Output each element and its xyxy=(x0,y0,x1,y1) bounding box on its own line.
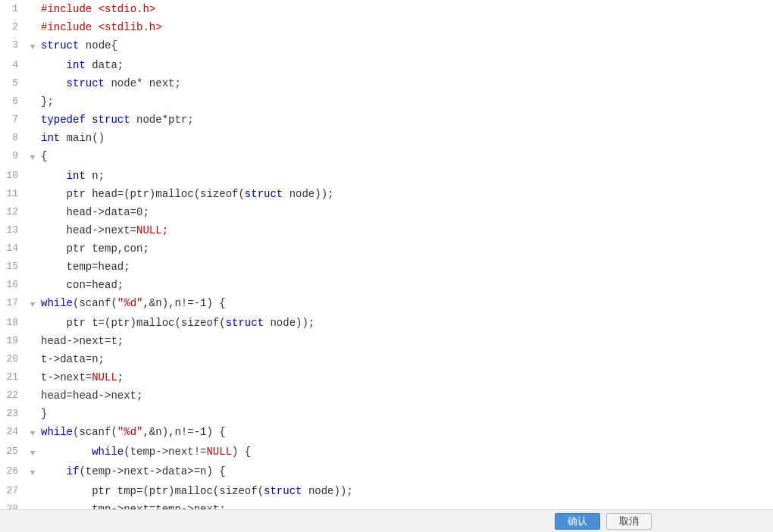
fold-gutter xyxy=(27,239,38,258)
code-line: head->next=t; xyxy=(38,332,773,350)
fold-gutter[interactable]: ▼ xyxy=(27,294,38,314)
code-editor: 1#include <stdio.h>2#include <stdlib.h>3… xyxy=(0,0,773,532)
fold-gutter xyxy=(27,368,38,386)
code-line: while(scanf("%d",&n),n!=-1) { xyxy=(38,423,773,443)
table-row: 19head->next=t; xyxy=(0,332,773,350)
fold-gutter xyxy=(27,276,38,294)
fold-gutter[interactable]: ▼ xyxy=(27,147,38,167)
table-row: 25▼ while(temp->next!=NULL) { xyxy=(0,443,773,462)
fold-gutter[interactable]: ▼ xyxy=(27,36,38,56)
confirm-button[interactable]: 确认 xyxy=(555,513,600,530)
fold-gutter[interactable]: ▼ xyxy=(27,443,38,462)
code-line: typedef struct node*ptr; xyxy=(38,111,773,129)
fold-gutter xyxy=(27,332,38,350)
fold-gutter xyxy=(27,314,38,332)
fold-gutter xyxy=(27,482,38,500)
table-row: 21t->next=NULL; xyxy=(0,368,773,386)
line-number: 2 xyxy=(0,18,27,36)
code-line: if(temp->next->data>=n) { xyxy=(38,462,773,482)
line-number: 22 xyxy=(0,386,27,405)
table-row: 6}; xyxy=(0,92,773,111)
code-line: int n; xyxy=(38,167,773,185)
line-number: 5 xyxy=(0,74,27,92)
fold-gutter xyxy=(27,221,38,239)
code-line: }; xyxy=(38,92,773,111)
code-line: temp=head; xyxy=(38,258,773,276)
table-row: 15 temp=head; xyxy=(0,258,773,276)
code-line: t->data=n; xyxy=(38,350,773,368)
fold-gutter xyxy=(27,111,38,129)
line-number: 26 xyxy=(0,462,27,482)
line-number: 17 xyxy=(0,294,27,314)
table-row: 24▼while(scanf("%d",&n),n!=-1) { xyxy=(0,423,773,443)
line-number: 24 xyxy=(0,423,27,443)
fold-gutter xyxy=(27,350,38,368)
line-number: 19 xyxy=(0,332,27,350)
table-row: 11 ptr head=(ptr)malloc(sizeof(struct no… xyxy=(0,185,773,203)
line-number: 18 xyxy=(0,314,27,332)
code-line: con=head; xyxy=(38,276,773,294)
line-number: 13 xyxy=(0,221,27,239)
code-line: int main() xyxy=(38,129,773,147)
code-line: t->next=NULL; xyxy=(38,368,773,386)
table-row: 18 ptr t=(ptr)malloc(sizeof(struct node)… xyxy=(0,314,773,332)
line-number: 3 xyxy=(0,36,27,56)
code-line: struct node{ xyxy=(38,36,773,56)
table-row: 12 head->data=0; xyxy=(0,203,773,221)
table-row: 27 ptr tmp=(ptr)malloc(sizeof(struct nod… xyxy=(0,482,773,500)
fold-gutter xyxy=(27,18,38,36)
fold-gutter xyxy=(27,386,38,405)
table-row: 17▼while(scanf("%d",&n),n!=-1) { xyxy=(0,294,773,314)
table-row: 16 con=head; xyxy=(0,276,773,294)
code-line: } xyxy=(38,405,773,423)
cancel-button[interactable]: 取消 xyxy=(606,513,652,530)
code-line: ptr head=(ptr)malloc(sizeof(struct node)… xyxy=(38,185,773,203)
fold-gutter xyxy=(27,129,38,147)
fold-gutter[interactable]: ▼ xyxy=(27,462,38,482)
code-line: ptr tmp=(ptr)malloc(sizeof(struct node))… xyxy=(38,482,773,500)
fold-gutter xyxy=(27,203,38,221)
table-row: 10 int n; xyxy=(0,167,773,185)
table-row: 14 ptr temp,con; xyxy=(0,239,773,258)
table-row: 22head=head->next; xyxy=(0,386,773,405)
code-line: int data; xyxy=(38,56,773,74)
code-line: while(scanf("%d",&n),n!=-1) { xyxy=(38,294,773,314)
table-row: 4 int data; xyxy=(0,56,773,74)
line-number: 27 xyxy=(0,482,27,500)
line-number: 15 xyxy=(0,258,27,276)
line-number: 11 xyxy=(0,185,27,203)
line-number: 14 xyxy=(0,239,27,258)
table-row: 3▼struct node{ xyxy=(0,36,773,56)
fold-gutter xyxy=(27,0,38,18)
table-row: 5 struct node* next; xyxy=(0,74,773,92)
code-line: { xyxy=(38,147,773,167)
code-line: ptr temp,con; xyxy=(38,239,773,258)
code-line: head=head->next; xyxy=(38,386,773,405)
line-number: 8 xyxy=(0,129,27,147)
table-row: 26▼ if(temp->next->data>=n) { xyxy=(0,462,773,482)
line-number: 9 xyxy=(0,147,27,167)
fold-gutter xyxy=(27,92,38,111)
line-number: 20 xyxy=(0,350,27,368)
code-line: struct node* next; xyxy=(38,74,773,92)
line-number: 7 xyxy=(0,111,27,129)
fold-gutter xyxy=(27,167,38,185)
fold-gutter[interactable]: ▼ xyxy=(27,423,38,443)
code-line: head->data=0; xyxy=(38,203,773,221)
table-row: 13 head->next=NULL; xyxy=(0,221,773,239)
table-row: 20t->data=n; xyxy=(0,350,773,368)
code-table: 1#include <stdio.h>2#include <stdlib.h>3… xyxy=(0,0,773,532)
code-line: while(temp->next!=NULL) { xyxy=(38,443,773,462)
fold-gutter xyxy=(27,56,38,74)
line-number: 1 xyxy=(0,0,27,18)
line-number: 12 xyxy=(0,203,27,221)
code-line: head->next=NULL; xyxy=(38,221,773,239)
table-row: 2#include <stdlib.h> xyxy=(0,18,773,36)
table-row: 23} xyxy=(0,405,773,423)
line-number: 6 xyxy=(0,92,27,111)
code-line: ptr t=(ptr)malloc(sizeof(struct node)); xyxy=(38,314,773,332)
fold-gutter xyxy=(27,185,38,203)
code-line: #include <stdio.h> xyxy=(38,0,773,18)
bottom-bar: 确认 取消 xyxy=(0,509,773,532)
fold-gutter xyxy=(27,405,38,423)
